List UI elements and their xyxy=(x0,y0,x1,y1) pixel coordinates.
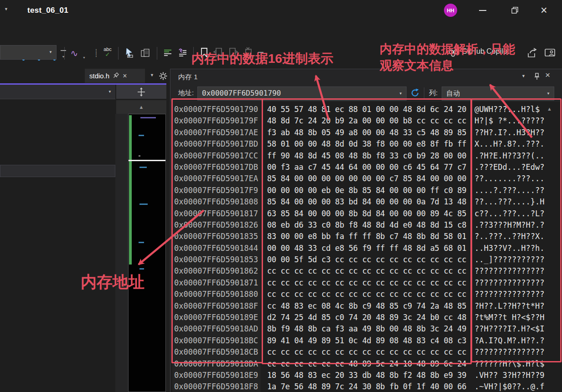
minimize-icon[interactable] xyxy=(479,10,486,11)
minimap-scrollbar[interactable] xyxy=(128,114,166,392)
memory-hex-cell[interactable]: 83 00 00 e8 bb fa ff ff 8b c7 48 8b 8d 5… xyxy=(267,231,466,242)
memory-ascii-cell[interactable]: .??3???H?M?H?.? xyxy=(474,219,545,231)
memory-hex-cell[interactable]: ff 90 48 8d 45 08 48 8b f8 33 c0 b9 28 0… xyxy=(267,150,466,162)
minimap-viewport-line xyxy=(129,160,165,161)
memory-ascii-cell[interactable]: ??H?.I?..H3?H?? xyxy=(474,127,545,138)
address-combobox[interactable]: 0x00007FF6D5901790 ▼ xyxy=(197,87,407,101)
window-title: test_06_01 xyxy=(27,6,68,15)
configuration-combobox[interactable]: ▼ xyxy=(0,45,57,60)
memory-address-cell: 0x00007FF6D5901835 xyxy=(174,231,258,242)
memory-hex-cell[interactable]: 00 00 5f 5d c3 cc cc cc cc cc cc cc cc c… xyxy=(267,254,466,265)
intellitrace-icon[interactable]: ∿ xyxy=(68,46,80,60)
refresh-icon[interactable] xyxy=(410,87,421,98)
memory-row: 0x00007FF6D59017DB00 f3 aa c7 45 44 64 0… xyxy=(170,162,562,173)
columns-combobox[interactable]: 自动 ▼ xyxy=(442,87,554,101)
memory-ascii-cell[interactable]: ..H3??V?..H??h. xyxy=(474,243,545,254)
columns-label: 列: xyxy=(429,89,438,97)
tab-close-icon[interactable]: × xyxy=(123,72,127,80)
intellitrace-caret-icon[interactable]: ▼ xyxy=(82,56,86,59)
memory-ascii-cell[interactable]: .?H?E.H??3??(.. xyxy=(474,150,545,162)
restore-icon[interactable] xyxy=(511,7,519,14)
memory-ascii-cell[interactable]: .._]??????????? xyxy=(474,254,545,265)
watch-input-field[interactable] xyxy=(0,165,115,177)
memory-ascii-cell[interactable]: ??????????????? xyxy=(474,289,545,300)
scrollbar-up-icon[interactable]: ▲ xyxy=(547,106,552,112)
memory-ascii-cell[interactable]: .VH?? 3?H??H??9 xyxy=(474,370,545,381)
memory-hex-cell[interactable]: cc cc cc cc cc cc cc cc cc cc cc cc cc c… xyxy=(267,289,466,300)
scroll-up-button[interactable]: ▲ xyxy=(116,100,166,114)
memory-ascii-cell[interactable]: ??H????I?.H?<$I xyxy=(474,323,545,335)
memory-ascii-cell[interactable]: .???EDd...?Edw? xyxy=(474,162,545,173)
panel-pin-icon[interactable] xyxy=(533,72,541,81)
memory-hex-cell[interactable]: 00 00 48 33 cd e8 56 f9 ff ff 48 8d a5 6… xyxy=(267,243,466,254)
panel-menu-caret-icon[interactable]: ▼ xyxy=(521,74,526,78)
memory-ascii-cell[interactable]: ??????H?\$.H?l$ xyxy=(474,358,545,370)
memory-hex-cell[interactable]: 1a 7e 56 48 89 7c 24 30 8b fb 0f 1f 40 0… xyxy=(267,381,466,392)
format-selection-icon[interactable] xyxy=(177,47,189,59)
memory-ascii-cell[interactable]: H?|$ ?*...????? xyxy=(474,115,545,127)
gear-icon[interactable] xyxy=(159,71,168,81)
memory-hex-cell[interactable]: 8b f9 48 8b ca f3 aa 49 8b 00 48 8b 3c 2… xyxy=(267,323,466,335)
abc-check-icon: ✓ xyxy=(105,51,110,58)
toolbar2-overflow-icon[interactable]: ▼ xyxy=(61,50,66,60)
memory-hex-cell[interactable]: 18 56 48 83 ec 20 33 db 48 8b f2 48 8b e… xyxy=(267,370,466,381)
memory-hex-cell[interactable]: 08 eb d6 33 c0 8b f8 48 8d 4d e0 48 8d 1… xyxy=(267,219,466,231)
chevron-down-icon: ▼ xyxy=(108,90,112,94)
split-window-handle[interactable] xyxy=(116,85,166,99)
system-menu-caret-icon[interactable]: ▼ xyxy=(4,7,8,11)
memory-ascii-cell[interactable]: ??...???....}.H xyxy=(474,196,545,208)
memory-row: 0x00007FF6D590189Ed2 74 25 4d 85 c0 74 2… xyxy=(170,312,562,323)
close-icon[interactable]: × xyxy=(541,2,547,18)
memory-address-cell: 0x00007FF6D59018BC xyxy=(174,335,258,346)
memory-address-cell: 0x00007FF6D5901826 xyxy=(174,219,258,231)
dotted-column-icon[interactable]: ┊ xyxy=(90,46,102,60)
memory-ascii-cell[interactable]: c??...???...?L? xyxy=(474,208,545,219)
memory-hex-cell[interactable]: 48 8d 7c 24 20 b9 2a 00 00 00 b8 cc cc c… xyxy=(267,115,466,127)
format-document-icon[interactable] xyxy=(162,47,174,59)
memory-hex-cell[interactable]: 63 85 84 00 00 00 8b 8d 84 00 00 00 89 4… xyxy=(267,208,466,219)
minimap-speck xyxy=(139,135,144,136)
tab-list-caret-icon[interactable]: ▼ xyxy=(150,73,154,77)
pin-icon[interactable] xyxy=(113,72,119,79)
memory-hex-cell[interactable]: 00 00 00 00 eb 0e 8b 85 84 00 00 00 ff c… xyxy=(267,185,466,196)
memory-hex-cell[interactable]: f3 ab 48 8b 05 49 a8 00 00 48 33 c5 48 8… xyxy=(267,127,466,138)
memory-row: 0x00007FF6D59017AEf3 ab 48 8b 05 49 a8 0… xyxy=(170,127,562,138)
memory-ascii-cell[interactable]: ??????????????? xyxy=(474,346,545,358)
memory-hex-cell[interactable]: cc 48 83 ec 08 4c 8b c9 48 85 c9 74 2a 4… xyxy=(267,300,466,312)
feedback-icon[interactable] xyxy=(544,48,556,59)
memory-ascii-cell[interactable]: ??????????????? xyxy=(474,265,545,277)
memory-hex-cell[interactable]: 85 84 00 00 00 00 00 00 00 c7 85 84 00 0… xyxy=(267,173,466,184)
memory-ascii-cell[interactable]: X...H?.8?..???. xyxy=(474,138,545,150)
panel-close-icon[interactable]: × xyxy=(545,70,550,80)
memory-hex-cell[interactable]: cc cc cc cc cc cc cc cc cc cc cc cc cc c… xyxy=(267,277,466,289)
memory-hex-cell[interactable]: 58 01 00 00 48 8d 0d 38 f8 00 00 e8 8f f… xyxy=(267,138,466,150)
run-to-cursor-icon[interactable] xyxy=(124,47,136,59)
memory-hex-cell[interactable]: cc cc cc cc cc cc 48 89 5c 24 10 48 89 6… xyxy=(267,358,466,370)
avatar[interactable]: HH xyxy=(444,4,457,17)
copy-lines-icon[interactable] xyxy=(139,47,151,59)
memory-ascii-cell[interactable]: ??.......???... xyxy=(474,173,545,184)
memory-address-cell: 0x00007FF6D59017DB xyxy=(174,162,258,173)
columns-value[interactable]: 自动 xyxy=(446,89,460,98)
memory-hex-cell[interactable]: 89 41 04 49 89 51 0c 4d 89 08 48 83 c4 0… xyxy=(267,335,466,346)
spell-check-icon[interactable]: abc ✓ xyxy=(101,47,114,57)
memory-ascii-cell[interactable]: ?H??.L??H??t*H? xyxy=(474,300,545,312)
memory-hex-cell[interactable]: 85 84 00 00 00 83 bd 84 00 00 00 0a 7d 1… xyxy=(267,196,466,208)
memory-hex-cell[interactable]: cc cc cc cc cc cc cc cc cc cc cc cc cc c… xyxy=(267,346,466,358)
memory-ascii-cell[interactable]: ??????????????? xyxy=(474,277,545,289)
share-icon[interactable] xyxy=(526,48,538,59)
memory-hex-cell[interactable]: 40 55 57 48 81 ec 88 01 00 00 48 8d 6c 2… xyxy=(267,104,466,115)
memory-ascii-cell[interactable]: ....?.???....?? xyxy=(474,185,545,196)
memory-ascii-cell[interactable]: ?t%M??t H?<$??H xyxy=(474,312,545,323)
memory-hex-cell[interactable]: cc cc cc cc cc cc cc cc cc cc cc cc cc c… xyxy=(267,265,466,277)
memory-ascii-cell[interactable]: @UWH???...H?l$ xyxy=(474,104,545,115)
memory-hex-cell[interactable]: 00 f3 aa c7 45 44 64 00 00 00 c6 45 64 7… xyxy=(267,162,466,173)
navigation-combobox[interactable]: ▼ xyxy=(0,85,115,99)
memory-ascii-cell[interactable]: ?A.I?Q.M?.H??.? xyxy=(474,335,545,346)
memory-ascii-cell[interactable]: .~VH?|$0??..@.f xyxy=(474,381,545,392)
memory-hex-cell[interactable]: d2 74 25 4d 85 c0 74 20 48 89 3c 24 b0 c… xyxy=(267,312,466,323)
memory-ascii-cell[interactable]: ?..???..??H??X. xyxy=(474,231,545,242)
address-value[interactable]: 0x00007FF6D5901790 xyxy=(202,89,281,97)
tab-stdio-h[interactable]: stdio.h × xyxy=(85,69,145,83)
minimap-speck xyxy=(140,117,156,118)
